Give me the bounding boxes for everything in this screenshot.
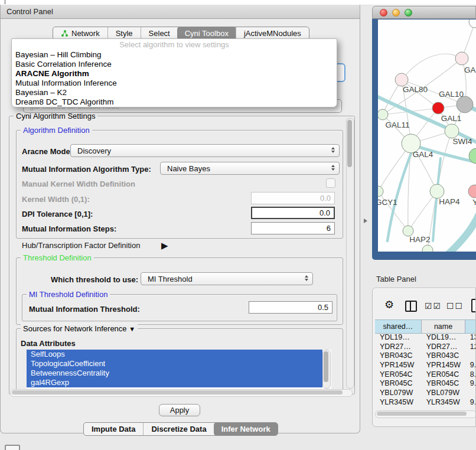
- mi-steps-field[interactable]: 6: [251, 222, 335, 234]
- settings-scrollbar[interactable]: [346, 118, 354, 389]
- node-gal-partial[interactable]: [455, 52, 468, 65]
- network-edge-highlighted[interactable]: [448, 207, 476, 252]
- node-gal10-label: GAL10: [439, 90, 464, 99]
- node-y-partial[interactable]: [468, 185, 476, 198]
- hub-definition-label[interactable]: Hub/Transcription Factor Definition: [22, 241, 140, 250]
- tab-label: Discretize Data: [151, 425, 206, 433]
- table-cell: YDL19…: [422, 333, 465, 343]
- table-row[interactable]: YBR043CYBR043C: [375, 351, 476, 361]
- kernel-width-field[interactable]: 0.0: [251, 192, 335, 204]
- sources-group-title[interactable]: Sources for Network Inference ▼: [21, 324, 138, 333]
- zoom-traffic-light[interactable]: [405, 9, 412, 17]
- node-gal10[interactable]: [457, 96, 473, 113]
- unchecked-pair-icon[interactable]: ☐☐: [446, 301, 464, 311]
- minimize-traffic-light[interactable]: [392, 9, 400, 17]
- algorithm-option[interactable]: Bayesian – Hill Climbing: [12, 50, 337, 60]
- table-row[interactable]: YDL19…YDL19…13: [375, 333, 476, 343]
- node-gal1[interactable]: [445, 124, 459, 138]
- algorithm-option[interactable]: ARACNE Algorithm: [12, 69, 337, 79]
- table-cell: YBR045C: [422, 379, 465, 389]
- node-gal11[interactable]: [378, 109, 388, 120]
- close-traffic-light[interactable]: [380, 9, 387, 17]
- checked-pair-icon[interactable]: ☑☑: [425, 301, 442, 311]
- collapse-down-icon[interactable]: ▼: [129, 325, 135, 332]
- table-row[interactable]: YDR27…YDR27…12: [375, 343, 476, 352]
- node-hap4[interactable]: [430, 184, 444, 198]
- column-header[interactable]: name: [422, 320, 465, 333]
- table-cell: YBR043C: [422, 351, 465, 361]
- table-cell: YPR145W: [375, 361, 422, 370]
- tab-infer-network[interactable]: Infer Network: [214, 422, 278, 436]
- tab-label: Impute Data: [92, 425, 135, 433]
- expand-right-icon[interactable]: ▶: [161, 240, 168, 251]
- table-row[interactable]: YER054CYER054C8.: [375, 370, 476, 380]
- gear-icon[interactable]: ⚙: [384, 298, 394, 311]
- table-row[interactable]: YBL079WYBL079W: [375, 389, 476, 398]
- attribute-item[interactable]: BetweennessCentrality: [27, 369, 322, 378]
- table-cell: 13: [465, 333, 476, 343]
- table-h-scrollbar-thumb[interactable]: [377, 412, 467, 416]
- node-gal1-label: GAL1: [441, 114, 462, 123]
- algorithm-option[interactable]: Basic Correlation Inference: [12, 60, 337, 69]
- top-edge-tick: [5, 0, 5, 4]
- tab-jactivemnodules[interactable]: jActiveMNodules: [236, 27, 309, 40]
- algorithm-option[interactable]: Mutual Information Inference: [12, 79, 337, 88]
- algorithm-option[interactable]: Dream8 DC_TDC Algorithm: [12, 97, 337, 107]
- attribute-item[interactable]: SelfLoops: [27, 350, 322, 359]
- node-red[interactable]: [432, 102, 444, 114]
- manual-kernel-checkbox[interactable]: [326, 178, 335, 188]
- stepper-icon: [305, 275, 308, 281]
- mi-type-combo[interactable]: Naive Bayes: [160, 162, 340, 175]
- mi-threshold-label: Mutual Information Threshold:: [29, 305, 140, 314]
- which-threshold-value: MI Threshold: [148, 275, 193, 283]
- attribute-list-scrollbar[interactable]: [322, 350, 331, 389]
- node-gal80-label: GAL80: [403, 85, 428, 94]
- table-cell: 9: [465, 407, 476, 409]
- network-canvas[interactable]: GALGAL80GAL10GAL11GAL1GAL4SWI4GCY1HAP4YH…: [378, 19, 476, 252]
- column-header[interactable]: [465, 320, 476, 333]
- kernel-width-label: Kernel Width (0,1):: [22, 195, 90, 204]
- attribute-item[interactable]: gal4RGexp: [27, 378, 322, 387]
- node-gal-partial-label: GAL: [464, 66, 476, 74]
- table-row[interactable]: YBR045CYBR045C9.: [375, 379, 476, 389]
- table-row[interactable]: YLR345WYLR345W9.: [375, 398, 476, 407]
- tab-impute-data[interactable]: Impute Data: [84, 423, 143, 435]
- settings-h-scrollbar-thumb[interactable]: [12, 390, 343, 394]
- tab-network[interactable]: Network: [53, 27, 107, 40]
- document-icon[interactable]: [471, 299, 476, 312]
- settings-scrollbar-thumb[interactable]: [347, 120, 352, 167]
- table-cell: YIL052C: [422, 407, 465, 409]
- table-cell: YLR345W: [422, 398, 465, 407]
- data-attributes-list[interactable]: SelfLoopsTopologicalCoefficientBetweenne…: [27, 350, 331, 389]
- table-cell: YIL052C: [375, 407, 422, 409]
- settings-h-scrollbar[interactable]: [10, 389, 353, 397]
- column-header[interactable]: shared…: [375, 320, 422, 333]
- aracne-mode-combo[interactable]: Discovery: [70, 144, 340, 157]
- tab-style[interactable]: Style: [107, 27, 141, 40]
- node-hap4-label: HAP4: [439, 197, 460, 206]
- network-window-titlebar[interactable]: [372, 6, 476, 19]
- table-row[interactable]: YIL052CYIL052C9: [375, 407, 476, 409]
- apply-button[interactable]: Apply: [159, 404, 200, 416]
- network-edge[interactable]: [402, 80, 438, 108]
- algorithm-option[interactable]: Bayesian – K2: [12, 88, 337, 97]
- tab-select[interactable]: Select: [141, 27, 178, 40]
- algorithm-definition-title: Algorithm Definition: [21, 126, 92, 135]
- which-threshold-combo[interactable]: MI Threshold: [141, 272, 313, 285]
- split-columns-icon[interactable]: [405, 301, 417, 312]
- network-edge[interactable]: [402, 54, 462, 80]
- tab-discretize-data[interactable]: Discretize Data: [143, 423, 214, 435]
- tab-label: Select: [149, 29, 170, 38]
- node-gcy1[interactable]: [378, 186, 383, 197]
- dpi-tolerance-field[interactable]: 0.0: [251, 207, 335, 219]
- table-row[interactable]: YPR145WYPR145W9.: [375, 361, 476, 370]
- attribute-item[interactable]: TopologicalCoefficient: [27, 359, 322, 369]
- table-cell: YDR27…: [422, 343, 465, 352]
- table-h-scrollbar[interactable]: [375, 410, 476, 418]
- control-panel-titlebar[interactable]: Control Panel: [1, 5, 360, 19]
- node-gal80[interactable]: [395, 73, 408, 86]
- mi-threshold-field[interactable]: 0.5: [249, 301, 332, 314]
- node-partial-top[interactable]: [469, 19, 476, 28]
- node-partial-bottom[interactable]: [422, 245, 433, 252]
- dpi-tolerance-label: DPI Tolerance [0,1]:: [22, 210, 93, 219]
